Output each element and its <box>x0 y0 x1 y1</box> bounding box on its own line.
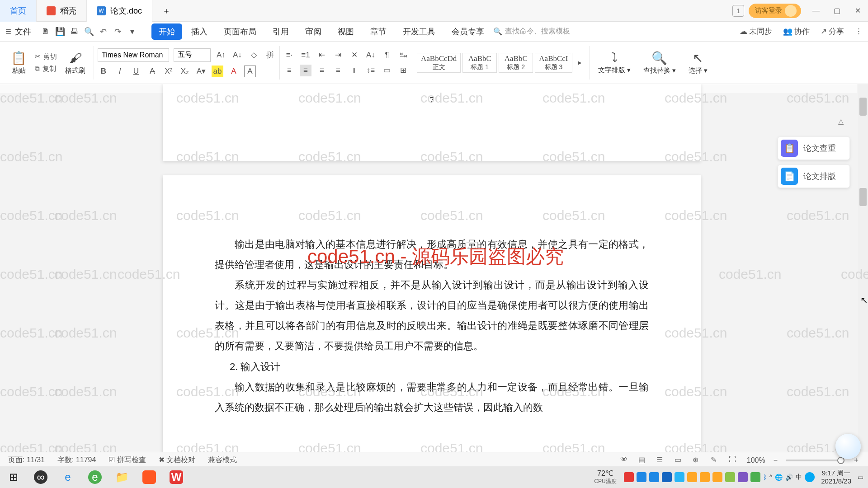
menu-dev-tools[interactable]: 开发工具 <box>396 23 443 40</box>
tray-icon[interactable] <box>637 472 646 482</box>
line-spacing-button[interactable]: ↕≡ <box>365 65 377 76</box>
shading-button[interactable]: ▭ <box>381 65 393 76</box>
menu-insert[interactable]: 插入 <box>184 23 215 40</box>
print-icon[interactable]: 🖶 <box>68 25 81 38</box>
paper-layout-button[interactable]: 📄论文排版 <box>778 164 850 188</box>
cut-button[interactable]: ✂ 剪切 <box>35 52 57 61</box>
ime-icon[interactable]: 中 <box>796 473 802 481</box>
decrease-indent-button[interactable]: ⇤ <box>316 49 328 61</box>
cpu-temp[interactable]: 72℃ <box>594 469 616 478</box>
tray-icon[interactable] <box>712 472 722 482</box>
menu-member[interactable]: 会员专享 <box>444 23 491 40</box>
italic-button[interactable]: I <box>114 66 126 77</box>
increase-indent-button[interactable]: ⇥ <box>332 49 344 61</box>
task-wps[interactable]: W <box>163 466 190 488</box>
document-text[interactable]: 输出是由电脑对输入的基本信息进行解决，形成高质量的有效信息，并使之具有一定的格式… <box>215 234 649 418</box>
align-justify-button[interactable]: ≡ <box>332 65 344 76</box>
pen-icon[interactable]: ✎ <box>711 455 721 465</box>
doc-proof-toggle[interactable]: ✖ 文档校对 <box>159 455 195 465</box>
minimize-button[interactable]: — <box>806 0 826 22</box>
superscript-button[interactable]: X² <box>163 66 175 77</box>
file-menu[interactable]: 文件 <box>15 26 31 37</box>
tray-icon[interactable] <box>662 472 672 482</box>
hamburger-icon[interactable]: ≡ <box>5 26 11 38</box>
asian-layout-button[interactable]: ✕ <box>349 49 360 61</box>
align-left-button[interactable]: ≡ <box>283 65 295 76</box>
task-ie[interactable]: e <box>54 466 81 488</box>
task-app-2[interactable] <box>136 466 163 488</box>
tray-icon[interactable] <box>687 472 697 482</box>
phonetic-icon[interactable]: 拼 <box>264 49 276 61</box>
redo-icon[interactable]: ↷ <box>112 25 124 38</box>
fit-icon[interactable]: ⛶ <box>729 455 739 465</box>
tab-document[interactable]: W论文.doc <box>87 0 152 22</box>
style-h1[interactable]: AaBbC标题 1 <box>462 53 497 73</box>
menu-page-layout[interactable]: 页面布局 <box>217 23 264 40</box>
task-app-1[interactable]: ∞ <box>27 466 54 488</box>
styles-more-button[interactable]: ▸ <box>574 57 586 69</box>
collapse-panel-icon[interactable]: △ <box>832 116 850 127</box>
paper-check-button[interactable]: 📋论文查重 <box>778 136 850 160</box>
borders-button[interactable]: ⊞ <box>397 65 409 76</box>
tab-daoke[interactable]: 稻壳 <box>37 0 87 22</box>
tray-icon[interactable] <box>649 472 659 482</box>
tray-icon[interactable] <box>700 472 710 482</box>
page-previous[interactable]: 7 <box>163 84 701 161</box>
more-icon[interactable]: ⋮ <box>855 27 863 36</box>
clock[interactable]: 9:17 周一 2021/8/23 <box>821 469 851 485</box>
shrink-font-icon[interactable]: A↓ <box>231 49 243 61</box>
find-replace-button[interactable]: 🔍查找替换 ▾ <box>639 44 680 82</box>
undo-icon[interactable]: ↶ <box>97 25 110 38</box>
menu-view[interactable]: 视图 <box>330 23 361 40</box>
new-doc-icon[interactable]: 🗎 <box>39 25 52 38</box>
paste-icon[interactable]: 📋 <box>11 51 27 66</box>
preview-icon[interactable]: 🔍 <box>83 25 95 38</box>
tray-icon[interactable] <box>750 472 760 482</box>
grow-font-icon[interactable]: A↑ <box>215 49 227 61</box>
vertical-scrollbar[interactable] <box>858 84 868 468</box>
window-count-badge[interactable]: 1 <box>732 5 744 17</box>
styles-gallery[interactable]: AaBbCcDd正文 AaBbC标题 1 AaBbC标题 2 AaBbCcI标题… <box>417 53 586 73</box>
tray-icon[interactable] <box>675 472 684 482</box>
network-icon[interactable]: 🌐 <box>775 474 783 481</box>
select-button[interactable]: ↖选择 ▾ <box>684 44 712 82</box>
align-center-button[interactable]: ≡ <box>300 65 311 76</box>
zoom-slider[interactable] <box>786 460 844 461</box>
page-indicator[interactable]: 页面: 11/31 <box>8 455 45 465</box>
start-button[interactable]: ⊞ <box>0 466 27 488</box>
tray-icon[interactable] <box>624 472 634 482</box>
task-explorer[interactable]: 📁 <box>108 466 136 488</box>
strike-button[interactable]: A̶ <box>146 66 158 77</box>
spell-check-toggle[interactable]: ☑ 拼写检查 <box>108 455 146 465</box>
share-button[interactable]: ↗ 分享 <box>821 26 844 37</box>
menu-start[interactable]: 开始 <box>151 23 182 40</box>
align-right-button[interactable]: ≡ <box>316 65 328 76</box>
outline-view-icon[interactable]: ☰ <box>656 455 666 465</box>
menu-references[interactable]: 引用 <box>265 23 296 40</box>
task-360[interactable]: e <box>81 466 108 488</box>
menu-review[interactable]: 审阅 <box>298 23 329 40</box>
tab-add[interactable]: ＋ <box>152 0 180 22</box>
word-count[interactable]: 字数: 11794 <box>57 455 96 465</box>
subscript-button[interactable]: X₂ <box>179 66 191 77</box>
tray-icon[interactable] <box>738 472 748 482</box>
save-icon[interactable]: 💾 <box>54 25 66 38</box>
distribute-button[interactable]: ⫿ <box>349 65 360 76</box>
coop-button[interactable]: 👥 协作 <box>783 26 810 37</box>
zoom-out-button[interactable]: − <box>774 456 778 465</box>
font-family-select[interactable] <box>98 48 169 62</box>
tab-home[interactable]: 首页 <box>0 0 37 22</box>
web-view-icon[interactable]: ⊕ <box>693 455 703 465</box>
tray-icon[interactable] <box>805 472 815 482</box>
highlight-button[interactable]: ab <box>212 66 223 77</box>
tray-icon[interactable] <box>725 472 735 482</box>
sync-status[interactable]: ☁ 未同步 <box>740 26 772 37</box>
menu-chapter[interactable]: 章节 <box>363 23 394 40</box>
tray-up-icon[interactable]: ^ <box>769 474 773 481</box>
eye-icon[interactable]: 👁 <box>620 455 630 465</box>
page-current[interactable]: 输出是由电脑对输入的基本信息进行解决，形成高质量的有效信息，并使之具有一定的格式… <box>163 175 701 468</box>
close-button[interactable]: ✕ <box>847 0 868 22</box>
assistant-bubble[interactable] <box>835 434 861 459</box>
page-view-icon[interactable]: ▤ <box>638 455 648 465</box>
bullets-button[interactable]: ≡· <box>283 49 295 61</box>
